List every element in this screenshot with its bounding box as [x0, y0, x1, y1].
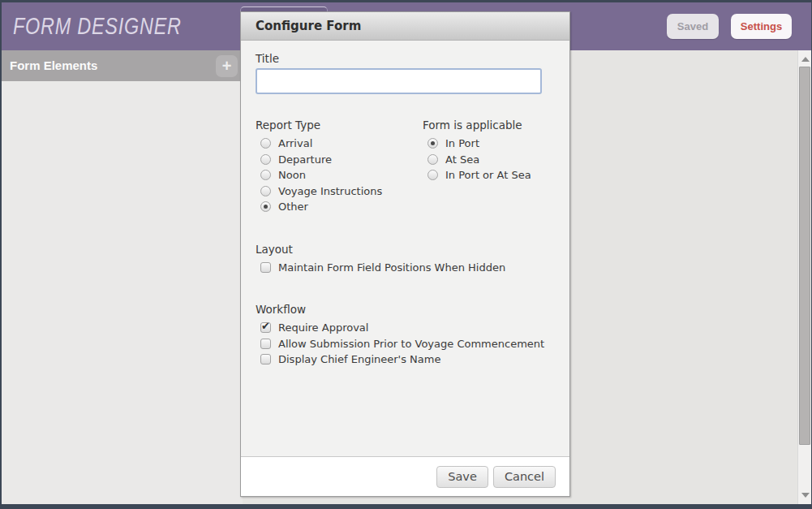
radio-option-label: In Port or At Sea [445, 169, 531, 181]
layout-options: Maintain Form Field Positions When Hidde… [260, 260, 555, 276]
radio-option-label: Noon [278, 169, 306, 181]
scrollbar-thumb[interactable] [799, 67, 810, 445]
plus-icon: + [222, 57, 232, 75]
sidebar-header-bar: Form Elements + [2, 50, 243, 81]
layout-section: Layout Maintain Form Field Positions Whe… [256, 243, 555, 276]
checkbox-icon[interactable] [260, 262, 271, 273]
radio-button-icon[interactable] [427, 170, 438, 180]
dialog-body: Title Report Type Arrival [241, 41, 569, 368]
title-label: Title [256, 52, 555, 65]
checkbox-icon[interactable] [260, 339, 271, 349]
report-type-options: Arrival Departure Noon [260, 136, 423, 215]
radio-option[interactable]: Other [260, 199, 423, 215]
title-input[interactable] [256, 68, 542, 94]
saved-button[interactable]: Saved [667, 14, 719, 39]
checkbox-option-label: Allow Submission Prior to Voyage Commenc… [278, 338, 544, 350]
radio-button-icon[interactable] [427, 154, 438, 165]
workflow-label: Workflow [256, 303, 555, 316]
checkbox-option-label: Require Approval [278, 321, 368, 334]
layout-label: Layout [256, 243, 555, 256]
checkbox-icon[interactable] [260, 354, 271, 364]
radio-button-icon[interactable] [260, 154, 271, 165]
radio-option[interactable]: In Port [427, 136, 531, 152]
radio-option-label: Other [278, 201, 308, 213]
configure-form-dialog: Configure Form Title Report Type Arrival [240, 11, 570, 497]
dialog-title: Configure Form [241, 12, 569, 41]
radio-groups-row: Report Type Arrival Departure [256, 119, 555, 215]
dialog-titlebar: Configure Form [241, 12, 569, 41]
radio-option-label: Arrival [278, 137, 312, 149]
radio-button-icon[interactable] [260, 201, 271, 212]
checkbox-option-label: Display Chief Engineer's Name [278, 353, 440, 365]
app-title: FORM DESIGNER [13, 12, 182, 40]
radio-button-icon[interactable] [260, 186, 271, 196]
scroll-up-icon[interactable] [801, 57, 810, 62]
applicability-options: In Port At Sea In Port or At Sea [427, 136, 531, 183]
vertical-scrollbar[interactable] [797, 50, 811, 504]
checkbox-option-label: Maintain Form Field Positions When Hidde… [278, 261, 505, 274]
radio-button-icon[interactable] [260, 170, 271, 180]
radio-option[interactable]: Departure [260, 152, 423, 168]
radio-option[interactable]: Noon [260, 167, 423, 183]
dialog-footer: Save Cancel [241, 456, 569, 496]
save-button[interactable]: Save [436, 466, 488, 488]
radio-option-label: Voyage Instructions [278, 185, 382, 197]
radio-option[interactable]: Voyage Instructions [260, 183, 423, 200]
radio-button-icon[interactable] [427, 138, 438, 149]
radio-option-label: At Sea [445, 153, 479, 166]
checkbox-option[interactable]: Maintain Form Field Positions When Hidde… [260, 260, 555, 276]
scroll-down-icon[interactable] [801, 493, 810, 498]
workflow-section: Workflow Require Approval Allow Submissi… [256, 303, 555, 368]
radio-option-label: Departure [278, 153, 332, 166]
workflow-options: Require Approval Allow Submission Prior … [260, 320, 555, 368]
checkbox-option[interactable]: Require Approval [260, 320, 555, 336]
form-elements-sidebar: Form Elements + [2, 50, 243, 504]
report-type-label: Report Type [256, 119, 423, 132]
radio-option[interactable]: In Port or At Sea [427, 167, 531, 183]
add-element-button[interactable]: + [216, 55, 238, 77]
app-window: FORM DESIGNER Saved Settings Form Elemen… [0, 0, 812, 509]
report-type-group: Report Type Arrival Departure [256, 119, 423, 215]
radio-option[interactable]: At Sea [427, 152, 531, 168]
checkbox-icon[interactable] [260, 322, 271, 333]
radio-option-label: In Port [445, 137, 479, 149]
cancel-button[interactable]: Cancel [493, 466, 556, 488]
applicability-label: Form is applicable [423, 119, 531, 132]
settings-button[interactable]: Settings [731, 14, 792, 39]
radio-button-icon[interactable] [260, 138, 271, 149]
checkbox-option[interactable]: Display Chief Engineer's Name [260, 352, 555, 368]
sidebar-title: Form Elements [10, 50, 97, 81]
checkbox-option[interactable]: Allow Submission Prior to Voyage Commenc… [260, 336, 555, 352]
applicability-group: Form is applicable In Port At Sea [423, 119, 531, 215]
radio-option[interactable]: Arrival [260, 136, 423, 152]
